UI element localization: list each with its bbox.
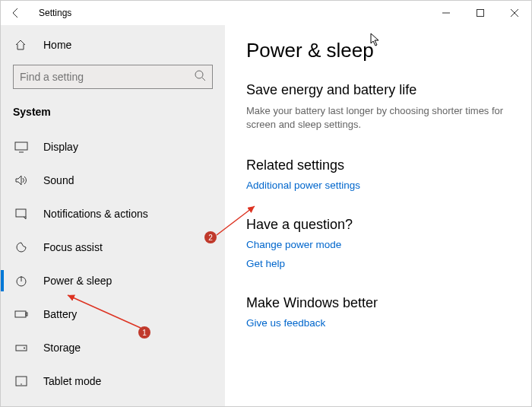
home-label: Home	[43, 39, 71, 51]
sidebar-item-label: Sound	[43, 174, 74, 186]
arrow-left-icon	[10, 7, 22, 19]
close-button[interactable]	[497, 1, 531, 25]
svg-rect-2	[15, 142, 27, 150]
svg-rect-5	[15, 311, 26, 317]
notifications-icon	[14, 208, 30, 220]
section-heading: Save energy and battery life	[246, 82, 510, 98]
svg-rect-0	[477, 10, 483, 17]
home-link[interactable]: Home	[1, 31, 225, 59]
sidebar-item-label: Focus assist	[43, 241, 103, 253]
svg-rect-3	[16, 209, 26, 217]
link-change-power-mode[interactable]: Change power mode	[246, 239, 510, 250]
section-feedback: Make Windows better Give us feedback	[246, 295, 510, 329]
link-get-help[interactable]: Get help	[246, 258, 510, 269]
sidebar-item-storage[interactable]: Storage	[1, 331, 225, 364]
sidebar-item-focus[interactable]: Focus assist	[1, 231, 225, 264]
section-heading: Have a question?	[246, 217, 510, 233]
page-title: Power & sleep	[246, 39, 510, 62]
window-title: Settings	[31, 8, 71, 18]
link-additional-power[interactable]: Additional power settings	[246, 180, 510, 191]
sidebar-item-sound[interactable]: Sound	[1, 164, 225, 197]
sidebar-item-label: Display	[43, 141, 78, 153]
sidebar-item-tablet[interactable]: Tablet mode	[1, 364, 225, 398]
annotation-badge-1: 1	[138, 326, 150, 339]
search-icon	[194, 69, 206, 84]
sidebar-item-power[interactable]: Power & sleep	[1, 264, 225, 297]
section-related: Related settings Additional power settin…	[246, 157, 510, 191]
section-heading: Make Windows better	[246, 295, 510, 311]
back-button[interactable]	[1, 1, 31, 25]
main-content: Power & sleep Save energy and battery li…	[225, 25, 531, 406]
nav-menu: Display Sound Notifications & actions Fo…	[1, 130, 225, 398]
section-heading: Related settings	[246, 157, 510, 173]
focus-icon	[14, 241, 30, 253]
display-icon	[14, 141, 30, 153]
sidebar-item-label: Storage	[43, 342, 81, 354]
maximize-icon	[477, 9, 484, 17]
sidebar: Home System Display Sound Notifications …	[1, 25, 225, 406]
search-box[interactable]	[13, 65, 213, 89]
tablet-icon	[14, 375, 30, 387]
search-input[interactable]	[20, 71, 194, 83]
svg-point-8	[24, 348, 25, 349]
sidebar-item-label: Battery	[43, 308, 77, 320]
svg-rect-6	[26, 313, 27, 316]
home-icon	[14, 39, 30, 51]
sidebar-item-label: Tablet mode	[43, 375, 101, 387]
link-feedback[interactable]: Give us feedback	[246, 317, 510, 329]
annotation-badge-2: 2	[204, 231, 217, 243]
maximize-button[interactable]	[463, 1, 497, 25]
storage-icon	[14, 342, 30, 354]
group-heading: System	[1, 100, 225, 130]
battery-icon	[14, 308, 30, 320]
section-save-energy: Save energy and battery life Make your b…	[246, 82, 510, 132]
section-description: Make your battery last longer by choosin…	[246, 104, 505, 132]
title-bar: Settings	[1, 1, 531, 25]
sidebar-item-label: Power & sleep	[43, 275, 112, 287]
close-icon	[511, 9, 518, 17]
minimize-icon	[442, 9, 450, 17]
sidebar-item-label: Notifications & actions	[43, 208, 148, 220]
power-icon	[14, 275, 30, 287]
window-controls	[429, 1, 531, 25]
sound-icon	[14, 174, 30, 186]
section-question: Have a question? Change power mode Get h…	[246, 217, 510, 269]
svg-point-10	[21, 383, 22, 385]
minimize-button[interactable]	[429, 1, 463, 25]
svg-point-1	[195, 71, 203, 78]
sidebar-item-display[interactable]: Display	[1, 130, 225, 164]
sidebar-item-battery[interactable]: Battery	[1, 297, 225, 331]
sidebar-item-notifications[interactable]: Notifications & actions	[1, 197, 225, 231]
